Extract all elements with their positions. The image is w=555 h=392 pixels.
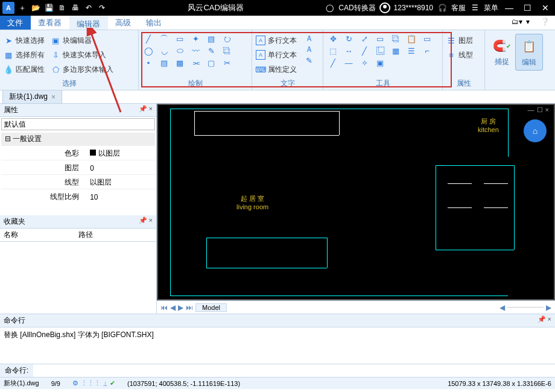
tab-close-icon[interactable]: ×: [51, 93, 56, 101]
pin-icon[interactable]: 📌 ×: [139, 217, 153, 227]
folder-icon[interactable]: ▭: [421, 34, 433, 43]
headset-icon[interactable]: 🎧: [437, 2, 448, 13]
menu-viewer[interactable]: 查看器: [31, 16, 69, 30]
tab-model[interactable]: Model: [195, 303, 227, 312]
scale-icon[interactable]: ╱: [358, 46, 370, 55]
converter-label[interactable]: CAD转换器: [338, 3, 375, 13]
minimize-button[interactable]: —: [502, 3, 516, 13]
move-icon[interactable]: ✥: [327, 34, 339, 43]
tab-last-icon[interactable]: ⏭: [186, 303, 193, 312]
canvas-close-icon[interactable]: ×: [545, 106, 549, 114]
clip-icon[interactable]: ▧: [205, 34, 217, 43]
document-tab[interactable]: 新块(1).dwg ×: [2, 90, 62, 104]
rotate-tool-icon[interactable]: ↻: [343, 34, 355, 43]
cut-icon[interactable]: ✂: [221, 58, 233, 68]
rotate-sq-icon[interactable]: ▣: [374, 58, 386, 68]
quick-entity-import-button[interactable]: ⇩快速实体导入: [51, 48, 113, 62]
arc-icon[interactable]: ◡: [158, 46, 170, 55]
canvas-max-icon[interactable]: ☐: [537, 106, 543, 114]
edit-sq-icon[interactable]: ▢: [205, 58, 217, 68]
menu-advanced[interactable]: 高级: [108, 16, 139, 30]
overflow-icon[interactable]: ▾: [526, 17, 537, 28]
dim-icon[interactable]: ▭: [374, 34, 386, 43]
command-input[interactable]: [33, 365, 555, 376]
text-style-icon[interactable]: Ａ: [303, 45, 315, 54]
angle-icon[interactable]: ⌐: [421, 46, 433, 55]
flip-icon[interactable]: ⤢: [358, 34, 370, 43]
menu-label[interactable]: 菜单: [484, 3, 498, 13]
help-icon[interactable]: ❔: [541, 17, 551, 28]
avatar-icon[interactable]: [379, 2, 390, 13]
table-group-row[interactable]: ⊟ 一般设置: [1, 133, 155, 146]
match-attr-button[interactable]: 💧匹配属性: [4, 63, 45, 76]
font-icon[interactable]: Ａ: [303, 34, 315, 43]
paste-icon[interactable]: 📋: [405, 34, 417, 43]
support-label[interactable]: 客服: [451, 3, 466, 13]
rect-icon[interactable]: ▭: [174, 34, 186, 43]
linetype-button[interactable]: ≡线型: [446, 48, 473, 62]
status-icon[interactable]: ⋮⋮⋮: [81, 379, 101, 387]
join-icon[interactable]: ⫘: [189, 58, 201, 68]
array-icon[interactable]: ⿺: [374, 46, 386, 55]
tab-prev-icon[interactable]: ◀: [170, 303, 176, 312]
saveas-icon[interactable]: 🗎: [57, 2, 68, 13]
square-tool-icon[interactable]: ⬚: [327, 46, 339, 55]
undo-icon[interactable]: ↶: [83, 2, 94, 13]
region-icon[interactable]: ▩: [174, 58, 186, 68]
edit-button[interactable]: 📋 编辑: [515, 34, 543, 71]
pin-icon[interactable]: 📌 ×: [538, 315, 551, 326]
list-icon[interactable]: ☰: [405, 46, 417, 55]
spline-icon[interactable]: 〰: [189, 46, 201, 55]
print-icon[interactable]: 🖶: [70, 2, 81, 13]
line-tool-icon[interactable]: ╱: [327, 58, 339, 68]
close-button[interactable]: ✕: [538, 3, 553, 13]
new-icon[interactable]: ＋: [17, 2, 28, 13]
polygon-entity-input-button[interactable]: ⬠多边形实体输入: [51, 63, 113, 76]
default-value-select[interactable]: [1, 118, 155, 130]
view-cube-icon[interactable]: ⌂: [524, 119, 547, 142]
status-icon[interactable]: ⚙: [72, 379, 78, 387]
stext-button[interactable]: A单行文本: [256, 48, 297, 62]
menu-file[interactable]: 文件: [0, 16, 31, 30]
open-icon[interactable]: 📂: [30, 2, 41, 13]
tab-next-icon[interactable]: ▶: [178, 303, 183, 312]
layer-dropdown-icon[interactable]: 🗂▾: [512, 17, 522, 28]
copy-icon[interactable]: ⿻: [390, 34, 402, 43]
star-tool-icon[interactable]: ✧: [358, 58, 370, 68]
table-row[interactable]: 色彩以图层: [1, 147, 155, 160]
menu-editor[interactable]: 编辑器: [69, 16, 108, 30]
attrdef-button[interactable]: ⌨属性定义: [256, 63, 297, 76]
converter-icon[interactable]: ◯: [324, 2, 335, 13]
rotate-icon[interactable]: ⭮: [221, 34, 233, 43]
lasso-icon[interactable]: ✦: [189, 34, 201, 43]
circle-icon[interactable]: ◯: [142, 46, 154, 55]
text-edit-icon[interactable]: ✎: [303, 55, 315, 65]
save-icon[interactable]: 💾: [43, 2, 54, 13]
cad-canvas[interactable]: 起 居 室 living room 厨 房 kitchen ⌂ — ☐ ×: [158, 105, 554, 299]
select-all-button[interactable]: ▦选择所有: [4, 48, 45, 62]
hatch-icon[interactable]: ▨: [158, 58, 170, 68]
quick-select-button[interactable]: ➤快速选择: [4, 34, 45, 47]
menu-icon[interactable]: ☰: [469, 2, 480, 13]
mtext-button[interactable]: A多行文本: [256, 34, 297, 47]
table-row[interactable]: 线型以图层: [1, 176, 155, 189]
menu-output[interactable]: 输出: [139, 16, 170, 30]
snap-button[interactable]: 🧲✔ 捕捉: [489, 34, 515, 69]
clone-icon[interactable]: ⿻: [221, 46, 233, 55]
group-icon[interactable]: ▦: [390, 46, 402, 55]
line-icon[interactable]: ╱: [142, 34, 154, 43]
block-editor-button[interactable]: ▣块编辑器: [51, 34, 113, 47]
ellipse-icon[interactable]: ⬭: [174, 46, 186, 55]
measure-icon[interactable]: ↔: [343, 46, 355, 55]
canvas-min-icon[interactable]: —: [528, 106, 534, 114]
layers-button[interactable]: ☷图层: [446, 34, 473, 47]
tab-first-icon[interactable]: ⏮: [160, 303, 168, 312]
maximize-button[interactable]: ☐: [520, 3, 534, 13]
table-row[interactable]: 图层0: [1, 162, 155, 175]
bline-icon[interactable]: ―: [343, 58, 355, 68]
redo-icon[interactable]: ↷: [97, 2, 107, 13]
pen-icon[interactable]: ✎: [205, 46, 217, 55]
point-icon[interactable]: •: [142, 58, 154, 68]
pin-icon[interactable]: 📌 ×: [139, 105, 153, 115]
polyline-icon[interactable]: ⏜: [158, 34, 170, 43]
